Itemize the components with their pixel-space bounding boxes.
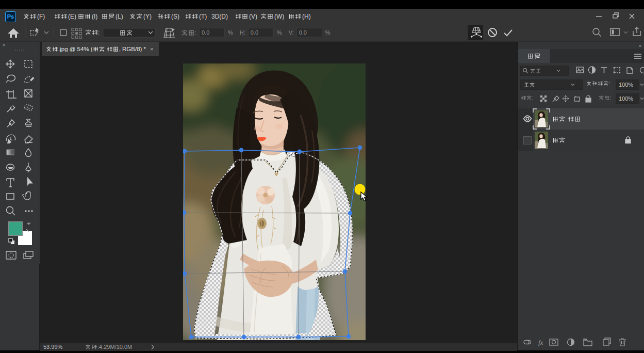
- svg-text::: :: [98, 29, 100, 36]
- svg-text:fx: fx: [538, 339, 543, 346]
